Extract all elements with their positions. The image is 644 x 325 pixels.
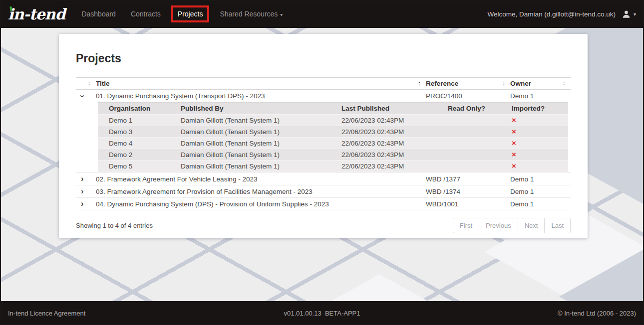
- expand-row-button[interactable]: ›: [76, 173, 96, 185]
- nav-item-shared-resources[interactable]: Shared Resources▾: [212, 5, 290, 23]
- last-published-cell: 22/06/2023 02:43PM: [341, 149, 448, 161]
- sort-icon: ▲▼: [88, 81, 91, 86]
- pagination: First Previous Next Last: [453, 218, 571, 233]
- last-published-cell: 22/06/2023 02:43PM: [341, 161, 448, 172]
- project-reference-cell: WBD /1374: [426, 185, 510, 198]
- read-only-cell: [448, 161, 512, 172]
- table-row[interactable]: › 04. Dynamic Purchasing System (DPS) - …: [76, 198, 571, 210]
- version-text: v01.01.00.13 BETA-APP1: [0, 310, 644, 317]
- organisation-cell: Demo 4: [98, 138, 181, 149]
- projects-table: ▲▼ Title ▲▼ Reference ▲▼ Owner ▲▼ ›: [76, 77, 571, 210]
- sort-icon: ▲▼: [502, 81, 505, 86]
- imported-cell: ×: [512, 115, 568, 126]
- published-by-cell: Damian Gillott (Tenant System 1): [181, 149, 341, 161]
- nav-item-projects[interactable]: Projects: [178, 10, 203, 18]
- project-owner-cell: Demo 1: [510, 90, 571, 102]
- table-row[interactable]: › 02. Framework Agreement For Vehicle Le…: [76, 173, 571, 185]
- red-cross-icon: ×: [512, 162, 516, 170]
- subtable-header-row: Organisation Published By Last Published…: [98, 103, 568, 115]
- chevron-right-icon: ›: [81, 200, 83, 208]
- page-title: Projects: [76, 52, 571, 65]
- chevron-down-icon: ▾: [634, 11, 636, 17]
- organisation-cell: Demo 5: [98, 161, 181, 172]
- user-icon: [622, 9, 631, 19]
- publications-subtable: Organisation Published By Last Published…: [98, 102, 568, 172]
- main-nav: Dashboard Contracts Projects Shared Reso…: [74, 5, 290, 23]
- subcolumn-last-published: Last Published: [341, 103, 448, 115]
- subcolumn-published-by: Published By: [181, 103, 341, 115]
- background-diamond: [295, 274, 464, 301]
- column-header-reference[interactable]: Reference ▲▼: [426, 78, 510, 90]
- project-owner-cell: Demo 1: [510, 173, 571, 185]
- next-page-button[interactable]: Next: [518, 218, 545, 233]
- intend-logo[interactable]: in-tend: [8, 5, 65, 23]
- table-row[interactable]: › 01. Dynamic Purchasing System (Transpo…: [76, 90, 571, 102]
- sort-icon: ▲▼: [563, 81, 566, 86]
- published-by-cell: Damian Gillott (Tenant System 1): [181, 115, 341, 126]
- read-only-cell: [448, 126, 512, 138]
- subcolumn-read-only: Read Only?: [448, 103, 512, 115]
- project-title-cell: 01. Dynamic Purchasing System (Transport…: [96, 90, 426, 102]
- chevron-down-icon: ▾: [280, 12, 283, 17]
- project-reference-cell: WBD/1001: [426, 198, 510, 210]
- expand-row-button[interactable]: ›: [76, 185, 96, 198]
- collapse-row-button[interactable]: ›: [76, 90, 96, 102]
- shared-resources-label: Shared Resources: [220, 10, 278, 18]
- imported-cell: ×: [512, 138, 568, 149]
- previous-page-button[interactable]: Previous: [479, 218, 518, 233]
- project-title-cell: 03. Framework Agreement for Provision of…: [96, 185, 426, 198]
- sort-asc-icon: ▲▼: [418, 81, 421, 86]
- read-only-cell: [448, 115, 512, 126]
- page-footer: In-tend Licence Agreement v01.01.00.13 B…: [0, 301, 644, 325]
- project-title-cell: 02. Framework Agreement For Vehicle Leas…: [96, 173, 426, 185]
- last-published-cell: 22/06/2023 02:43PM: [341, 138, 448, 149]
- project-reference-cell: WBD /1377: [426, 173, 510, 185]
- chevron-right-icon: ›: [81, 187, 83, 195]
- chevron-down-icon: ›: [78, 95, 86, 97]
- subtable-row: Demo 5 Damian Gillott (Tenant System 1) …: [98, 161, 568, 172]
- last-published-cell: 22/06/2023 02:43PM: [341, 126, 448, 138]
- table-row[interactable]: › 03. Framework Agreement for Provision …: [76, 185, 571, 198]
- imported-cell: ×: [512, 149, 568, 161]
- imported-cell: ×: [512, 161, 568, 172]
- last-published-cell: 22/06/2023 02:43PM: [341, 115, 448, 126]
- red-cross-icon: ×: [512, 116, 516, 124]
- read-only-cell: [448, 138, 512, 149]
- read-only-cell: [448, 149, 512, 161]
- project-title-cell: 04. Dynamic Purchasing System (DPS) - Pr…: [96, 198, 426, 210]
- project-reference-cell: PROC/1400: [426, 90, 510, 102]
- column-header-owner[interactable]: Owner ▲▼: [510, 78, 571, 90]
- organisation-cell: Demo 3: [98, 126, 181, 138]
- organisation-cell: Demo 1: [98, 115, 181, 126]
- red-cross-icon: ×: [512, 150, 516, 159]
- red-cross-icon: ×: [512, 127, 516, 136]
- expander-column-header: ▲▼: [76, 78, 96, 90]
- published-by-cell: Damian Gillott (Tenant System 1): [181, 161, 341, 172]
- top-navbar: in-tend Dashboard Contracts Projects Sha…: [0, 0, 644, 28]
- subtable-row: Demo 4 Damian Gillott (Tenant System 1) …: [98, 138, 568, 149]
- entries-summary: Showing 1 to 4 of 4 entries: [76, 218, 153, 229]
- table-footer: Showing 1 to 4 of 4 entries First Previo…: [76, 218, 571, 233]
- imported-cell: ×: [512, 126, 568, 138]
- column-header-title[interactable]: Title ▲▼: [96, 78, 426, 90]
- projects-panel: Projects ▲▼ Title ▲▼ Reference ▲▼ Owner …: [59, 34, 588, 238]
- organisation-cell: Demo 2: [98, 149, 181, 161]
- last-page-button[interactable]: Last: [544, 218, 571, 233]
- published-by-cell: Damian Gillott (Tenant System 1): [181, 138, 341, 149]
- subcolumn-organisation: Organisation: [98, 103, 181, 115]
- subtable-row: Demo 3 Damian Gillott (Tenant System 1) …: [98, 126, 568, 138]
- nav-item-dashboard[interactable]: Dashboard: [74, 5, 123, 23]
- subtable-row: Demo 1 Damian Gillott (Tenant System 1) …: [98, 115, 568, 126]
- project-owner-cell: Demo 1: [510, 198, 571, 210]
- logo-text: in-tend: [8, 5, 65, 23]
- copyright-text: © In-tend Ltd (2006 - 2023): [558, 310, 636, 317]
- expanded-detail-row: Organisation Published By Last Published…: [76, 102, 571, 173]
- red-cross-icon: ×: [512, 139, 516, 147]
- welcome-text: Welcome, Damian (d.gillott@in-tend.co.uk…: [487, 10, 616, 18]
- annotation-highlight-box: Projects: [171, 5, 210, 22]
- column-label: Owner: [510, 80, 531, 87]
- nav-item-contracts[interactable]: Contracts: [123, 5, 168, 23]
- first-page-button[interactable]: First: [453, 218, 479, 233]
- user-menu[interactable]: Welcome, Damian (d.gillott@in-tend.co.uk…: [487, 9, 636, 19]
- expand-row-button[interactable]: ›: [76, 198, 96, 210]
